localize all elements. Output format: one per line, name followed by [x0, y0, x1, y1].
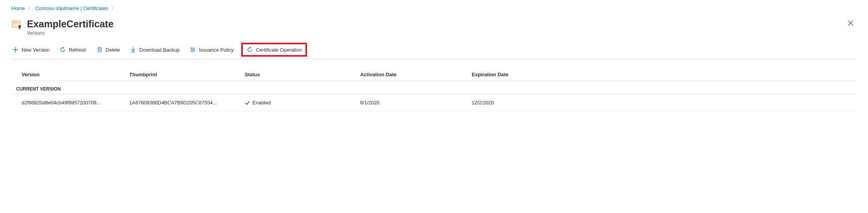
svg-rect-2 — [13, 24, 18, 24]
breadcrumb-sep-icon: 〉 — [28, 5, 32, 11]
breadcrumb-sep-icon: 〉 — [111, 5, 115, 11]
col-activation-date: Activation Date — [360, 72, 472, 77]
download-backup-label: Download Backup — [139, 47, 180, 53]
table-header-row: Version Thumbprint Status Activation Dat… — [22, 69, 856, 81]
delete-label: Delete — [106, 47, 120, 53]
issuance-policy-button[interactable]: Issuance Policy — [189, 45, 234, 54]
toolbar: New Version Refresh Delete Download Back… — [12, 44, 856, 59]
breadcrumb-home[interactable]: Home — [12, 5, 25, 11]
certificate-icon — [12, 20, 22, 30]
status-text: Enabled — [252, 100, 271, 106]
cell-thumbprint: 1A67809386D4BCA7B9D205C87554... — [129, 100, 245, 106]
close-icon — [848, 20, 853, 27]
close-button[interactable] — [845, 18, 856, 29]
cell-activation-date: 6/1/2020 — [360, 100, 472, 106]
svg-point-6 — [193, 49, 195, 50]
svg-rect-1 — [13, 22, 19, 23]
versions-table: Version Thumbprint Status Activation Dat… — [12, 69, 856, 111]
breadcrumb: Home 〉 Contoso-Vaultname | Certificates … — [12, 5, 856, 11]
section-current-version: CURRENT VERSION — [12, 81, 856, 94]
sliders-icon — [190, 47, 196, 53]
download-icon — [130, 47, 136, 53]
issuance-policy-label: Issuance Policy — [199, 47, 234, 53]
svg-point-4 — [18, 25, 21, 28]
col-version: Version — [22, 72, 129, 77]
trash-icon — [97, 47, 103, 53]
highlight-box: Certificate Operation — [241, 43, 307, 57]
page-subtitle: Versions — [27, 30, 114, 36]
refresh-button[interactable]: Refresh — [59, 45, 87, 54]
operation-icon — [247, 47, 253, 53]
col-expiration-date: Expiration Date — [472, 72, 856, 77]
new-version-button[interactable]: New Version — [12, 45, 50, 54]
col-thumbprint: Thumbprint — [129, 72, 245, 77]
page-header: ExampleCertificate Versions — [12, 18, 856, 36]
table-row[interactable]: d2f98920d8e04cb49f9957200709... 1A678093… — [22, 94, 856, 111]
certificate-operation-button[interactable]: Certificate Operation — [246, 45, 302, 54]
new-version-label: New Version — [22, 47, 50, 53]
svg-point-5 — [191, 47, 192, 49]
plus-icon — [12, 47, 18, 53]
check-icon — [245, 100, 250, 106]
cell-expiration-date: 12/2/2020 — [472, 100, 856, 106]
col-status: Status — [245, 72, 360, 77]
cell-status: Enabled — [245, 100, 360, 106]
refresh-label: Refresh — [69, 47, 87, 53]
refresh-icon — [60, 47, 66, 53]
page-title: ExampleCertificate — [27, 18, 114, 30]
cell-version: d2f98920d8e04cb49f9957200709... — [22, 100, 129, 106]
svg-point-7 — [191, 50, 193, 52]
download-backup-button[interactable]: Download Backup — [129, 45, 180, 54]
delete-button[interactable]: Delete — [96, 45, 121, 54]
section-label: CURRENT VERSION — [16, 86, 856, 92]
breadcrumb-vault[interactable]: Contoso-Vaultname | Certificates — [35, 5, 108, 11]
certificate-operation-label: Certificate Operation — [256, 47, 302, 53]
svg-rect-3 — [13, 25, 17, 25]
